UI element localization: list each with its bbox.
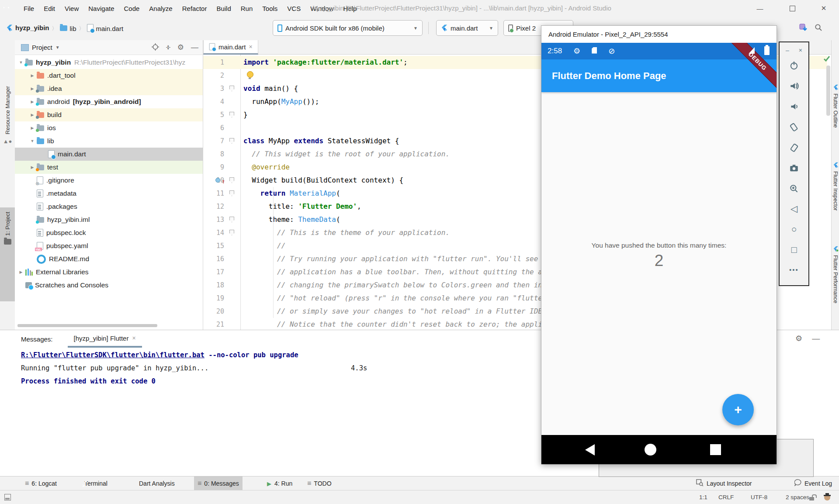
console-link[interactable]: R:\Flutter\FlutterSDK\flutter\bin\flutte… bbox=[21, 351, 205, 359]
fold-marker-icon[interactable] bbox=[229, 112, 234, 117]
menu-edit[interactable]: Edit bbox=[39, 3, 59, 14]
menu-view[interactable]: View bbox=[60, 3, 83, 14]
toolwindow-button-dart-analysis[interactable]: Dart Analysis bbox=[132, 476, 178, 490]
tree-item-build[interactable]: ▶build bbox=[15, 108, 203, 121]
collapse-all-icon[interactable]: ▴▾ bbox=[166, 45, 170, 50]
inspections-ok-icon[interactable] bbox=[823, 55, 830, 62]
toolwindow-button-0-messages[interactable]: ≡0: Messages bbox=[194, 476, 243, 490]
menu-refactor[interactable]: Refactor bbox=[178, 3, 211, 14]
menu-code[interactable]: Code bbox=[119, 3, 144, 14]
tree-item--metadata[interactable]: .metadata bbox=[15, 187, 203, 200]
sdk-manager-icon[interactable] bbox=[799, 23, 808, 34]
tree-item-external-libraries[interactable]: ▶External Libraries bbox=[15, 266, 203, 279]
tree-item-lib[interactable]: ▼lib bbox=[15, 135, 203, 148]
close-icon[interactable]: × bbox=[132, 335, 135, 342]
breadcrumb-item-hyzp_yibin[interactable]: hyzp_yibin bbox=[6, 24, 49, 33]
minimize-icon[interactable]: — bbox=[191, 43, 198, 52]
sidebar-item-1-project[interactable]: 1: Project bbox=[0, 207, 15, 301]
toolwindow-button-terminal[interactable]: Terminal bbox=[78, 476, 111, 490]
unlocked-icon[interactable] bbox=[809, 490, 814, 504]
tree-item-pubspec-lock[interactable]: pubspec.lock bbox=[15, 226, 203, 239]
tree-item--dart-tool[interactable]: ▶.dart_tool bbox=[15, 69, 203, 82]
toolwindow-button-4-run[interactable]: ▶4: Run bbox=[263, 476, 296, 490]
window-close-button[interactable]: ✕ bbox=[814, 0, 834, 17]
tree-item-readme-md[interactable]: README.md bbox=[15, 252, 203, 266]
toolwindow-button-6-logcat[interactable]: ≡6: Logcat bbox=[21, 476, 60, 490]
menu-vcs[interactable]: VCS bbox=[283, 3, 305, 14]
tree-item-hyzp-yibin-iml[interactable]: hyzp_yibin.iml bbox=[15, 213, 203, 226]
tree-closed-arrow-icon[interactable]: ▶ bbox=[30, 113, 35, 117]
menu-navigate[interactable]: Navigate bbox=[84, 3, 118, 14]
fold-marker-icon[interactable] bbox=[229, 138, 234, 144]
editor-tab-main-dart[interactable]: main.dart × bbox=[203, 40, 258, 55]
status-1-1[interactable]: 1:1 bbox=[699, 490, 707, 504]
toolwindow-button-event-log[interactable]: Event Log bbox=[791, 476, 836, 490]
breadcrumb-item-main.dart[interactable]: main.dart bbox=[87, 24, 124, 33]
emulator-home-button[interactable]: ○ bbox=[780, 225, 808, 234]
menu-tools[interactable]: Tools bbox=[258, 3, 282, 14]
tree-item--packages[interactable]: .packages bbox=[15, 200, 203, 213]
override-marker-icon[interactable] bbox=[215, 178, 220, 183]
fold-marker-icon[interactable] bbox=[229, 230, 234, 235]
tree-closed-arrow-icon[interactable]: ▶ bbox=[30, 100, 35, 104]
fab-increment-button[interactable]: + bbox=[722, 394, 754, 425]
emulator-rotate-right-button[interactable] bbox=[780, 143, 808, 152]
tree-item-test[interactable]: ▶test bbox=[15, 161, 203, 174]
editor-scrollbar[interactable] bbox=[826, 66, 830, 116]
gear-icon[interactable]: ⚙ bbox=[795, 334, 802, 343]
emulator-screen[interactable]: 2:58 ⚙ ⊘ DEBUG Flutter Demo Home Page Yo… bbox=[541, 43, 777, 464]
emulator-close-button[interactable]: × bbox=[799, 47, 802, 54]
minimize-icon[interactable]: — bbox=[812, 334, 820, 343]
window-maximize-button[interactable] bbox=[782, 0, 802, 17]
tree-item-hyzp-yibin[interactable]: ▼hyzp_yibinR:\FlutterProject\FlutterProj… bbox=[15, 56, 203, 69]
sidebar-item-resource-manager[interactable]: Resource Manager▲● bbox=[0, 86, 15, 200]
emulator-back-button[interactable]: ◁ bbox=[780, 204, 808, 214]
tree-open-arrow-icon[interactable]: ▼ bbox=[30, 139, 35, 143]
tree-item--idea[interactable]: ▶.idea bbox=[15, 82, 203, 95]
close-icon[interactable]: × bbox=[249, 43, 253, 50]
menu-build[interactable]: Build bbox=[212, 3, 235, 14]
emulator-more-button[interactable]: ••• bbox=[780, 266, 808, 274]
toolwindow-toggle-icon[interactable] bbox=[4, 490, 11, 504]
sidebar-item-flutter-outline[interactable]: Flutter Outline bbox=[832, 84, 839, 149]
emulator-power-button[interactable] bbox=[780, 61, 808, 70]
emulator-minimize-button[interactable]: – bbox=[786, 47, 789, 54]
status-utf-8[interactable]: UTF-8 bbox=[751, 490, 767, 504]
project-panel-title[interactable]: Project bbox=[32, 44, 52, 51]
status-crlf[interactable]: CRLF bbox=[718, 490, 734, 504]
menu-run[interactable]: Run bbox=[236, 3, 257, 14]
emulator-title-bar[interactable]: Android Emulator - Pixel_2_API_29:5554 bbox=[541, 26, 777, 43]
emulator-overview-button[interactable]: □ bbox=[780, 245, 808, 255]
tree-closed-arrow-icon[interactable]: ▶ bbox=[30, 165, 35, 169]
search-icon[interactable] bbox=[815, 24, 822, 33]
tree-item-ios[interactable]: ▶ios bbox=[15, 121, 203, 135]
nav-recents-button[interactable] bbox=[710, 444, 721, 455]
gear-icon[interactable]: ⚙ bbox=[177, 43, 184, 52]
menu-file[interactable]: File bbox=[19, 3, 38, 14]
tree-item-main-dart[interactable]: main.dart bbox=[15, 148, 203, 161]
sidebar-item-flutter-inspector[interactable]: Flutter Inspector bbox=[832, 162, 839, 234]
device-selector-dropdown[interactable]: Android SDK built for x86 (mobile) ▼ bbox=[273, 20, 423, 36]
nav-back-button[interactable] bbox=[585, 444, 595, 456]
sidebar-item-flutter-performance[interactable]: Flutter Performance bbox=[832, 245, 839, 328]
tree-closed-arrow-icon[interactable]: ▶ bbox=[18, 270, 24, 274]
fold-marker-icon[interactable] bbox=[229, 190, 234, 196]
horizontal-scrollbar[interactable] bbox=[17, 324, 157, 327]
run-config-dropdown[interactable]: main.dart ▼ bbox=[436, 20, 498, 36]
tree-item-pubspec-yaml[interactable]: pubspec.yaml bbox=[15, 239, 203, 252]
tree-closed-arrow-icon[interactable]: ▶ bbox=[30, 73, 35, 78]
tree-item-scratches-and-consoles[interactable]: Scratches and Consoles bbox=[15, 279, 203, 292]
window-minimize-button[interactable]: — bbox=[750, 0, 770, 17]
emulator-rotate-left-button[interactable] bbox=[780, 122, 808, 132]
nav-home-button[interactable] bbox=[645, 444, 656, 456]
fold-marker-icon[interactable] bbox=[229, 217, 234, 222]
fold-marker-icon[interactable] bbox=[229, 86, 234, 91]
breadcrumb-item-lib[interactable]: lib bbox=[60, 25, 76, 32]
tree-open-arrow-icon[interactable]: ▼ bbox=[18, 60, 24, 65]
messages-tab-flutter[interactable]: [hyzp_yibin] Flutter × bbox=[68, 330, 142, 348]
tree-closed-arrow-icon[interactable]: ▶ bbox=[30, 86, 35, 91]
tree-closed-arrow-icon[interactable]: ▶ bbox=[30, 126, 35, 130]
toolwindow-button-todo[interactable]: ≡TODO bbox=[304, 476, 335, 490]
locate-icon[interactable] bbox=[152, 43, 159, 52]
status-2-spaces[interactable]: 2 spaces bbox=[786, 490, 809, 504]
